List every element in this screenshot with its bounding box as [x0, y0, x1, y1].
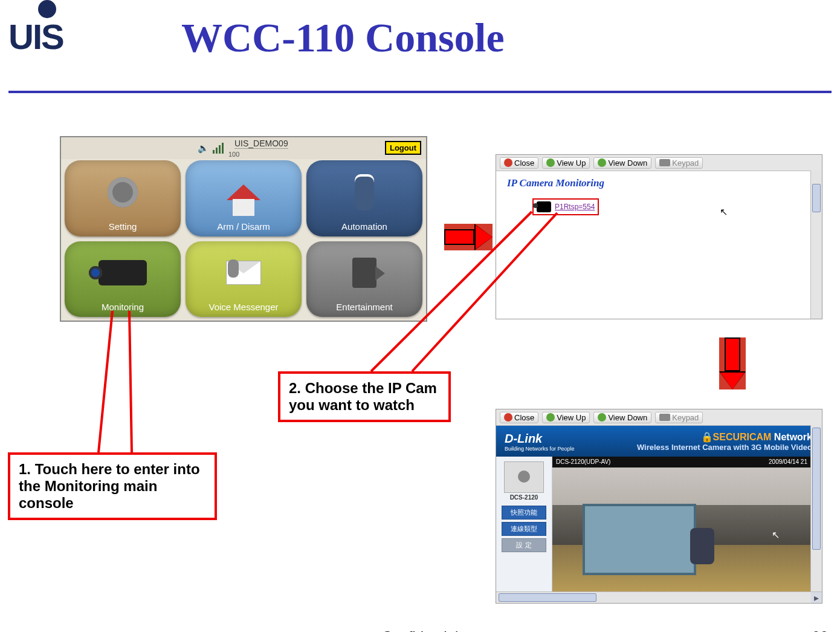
- view-up-button[interactable]: View Up: [542, 157, 590, 169]
- dlink-sidebar: DCS-2120 快照功能 連線類型 設 定: [496, 457, 552, 592]
- arrow-down-icon: [598, 158, 606, 167]
- envelope-mic-icon: [186, 247, 302, 299]
- dlink-camera-screenshot: Close View Up View Down Keypad D-Link Bu…: [496, 409, 822, 604]
- keypad-button[interactable]: Keypad: [655, 157, 703, 169]
- toolbar: Close View Up View Down Keypad: [496, 409, 822, 426]
- tile-entertainment[interactable]: Entertainment: [306, 241, 422, 318]
- close-icon: [504, 158, 512, 167]
- tile-label: Arm / Disarm: [217, 221, 270, 232]
- camera-link-highlighted[interactable]: P1Rtsp=554: [532, 198, 599, 215]
- arrow-right-icon: [444, 224, 493, 250]
- close-button[interactable]: Close: [500, 412, 538, 423]
- house-lock-icon: [186, 166, 302, 218]
- tile-label: Monitoring: [102, 302, 144, 312]
- close-button[interactable]: Close: [500, 157, 538, 169]
- tile-automation[interactable]: Automation: [306, 160, 422, 236]
- logo-text: UIS: [8, 19, 63, 54]
- securicam-brand: 🔒SECURICAM Network Wireless Internet Cam…: [637, 431, 812, 452]
- snapshot-button[interactable]: 快照功能: [502, 506, 546, 520]
- vertical-scrollbar[interactable]: [810, 171, 822, 319]
- cursor-icon: ↖: [720, 206, 728, 218]
- callout-step-1: 1. Touch here to enter into the Monitori…: [8, 452, 217, 520]
- model-label: DCS-2120: [496, 494, 552, 501]
- horizontal-scrollbar[interactable]: ▸: [496, 591, 822, 603]
- arrow-up-icon: [546, 413, 555, 422]
- toolbar: Close View Up View Down Keypad: [496, 155, 822, 171]
- view-down-button[interactable]: View Down: [593, 412, 651, 423]
- svg-line-0: [99, 311, 112, 452]
- remote-icon: [306, 166, 422, 218]
- dlink-header: D-Link Building Networks for People 🔒SEC…: [496, 426, 822, 457]
- settings-button[interactable]: 設 定: [502, 538, 546, 552]
- video-timestamp: 2009/04/14 21: [769, 457, 807, 467]
- camera-link-text[interactable]: P1Rtsp=554: [555, 203, 595, 211]
- ssid-sub: 100: [228, 151, 239, 158]
- title-underline: [8, 91, 832, 93]
- tile-voice-messenger[interactable]: Voice Messenger: [186, 241, 302, 318]
- keypad-icon: [659, 414, 670, 421]
- status-bar: 🔈 UIS_DEMO09 100 Logout: [61, 137, 426, 159]
- close-icon: [504, 413, 512, 422]
- arrow-up-icon: [546, 158, 555, 167]
- tile-label: Setting: [109, 221, 137, 232]
- callout-step-2: 2. Choose the IP Cam you want to watch: [278, 371, 451, 422]
- view-down-button[interactable]: View Down: [593, 157, 651, 169]
- keypad-icon: [659, 159, 670, 166]
- video-source-label: DCS-2120(UDP-AV): [556, 457, 610, 467]
- page-title: WCC-110 Console: [181, 17, 505, 58]
- view-up-button[interactable]: View Up: [542, 412, 590, 423]
- page-number: 66: [812, 628, 828, 632]
- camera-model-icon: [504, 461, 544, 493]
- camera-icon: [65, 247, 181, 299]
- ip-camera-heading: IP Camera Monitoring: [496, 171, 822, 193]
- tile-label: Voice Messenger: [208, 302, 278, 312]
- arrow-down-icon: [598, 413, 606, 422]
- svg-line-1: [129, 311, 132, 452]
- logout-button[interactable]: Logout: [385, 141, 421, 155]
- tile-label: Automation: [341, 221, 387, 232]
- cursor-icon: ↖: [772, 529, 780, 541]
- arrow-down-icon: [719, 337, 746, 389]
- camera-thumb-icon: [537, 201, 551, 212]
- clapper-icon: [306, 247, 422, 299]
- signal-icon: [213, 143, 224, 154]
- uis-logo: UIS: [8, 0, 63, 54]
- confidential-label: Confidential: [382, 628, 459, 632]
- console-screenshot: 🔈 UIS_DEMO09 100 Logout Setting Arm / Di…: [60, 136, 427, 322]
- gear-icon: [65, 166, 181, 218]
- ip-camera-monitoring-screenshot: Close View Up View Down Keypad IP Camera…: [496, 154, 822, 319]
- tile-label: Entertainment: [336, 302, 392, 312]
- ssid-label: UIS_DEMO09: [234, 138, 288, 149]
- tile-arm-disarm[interactable]: Arm / Disarm: [186, 160, 302, 236]
- scroll-right-icon[interactable]: ▸: [811, 592, 822, 603]
- connection-type-button[interactable]: 連線類型: [502, 522, 546, 536]
- tile-setting[interactable]: Setting: [65, 160, 181, 236]
- video-feed: DCS-2120(UDP-AV) 2009/04/14 21 ↖: [552, 457, 811, 592]
- speaker-icon: 🔈: [198, 143, 209, 154]
- vertical-scrollbar[interactable]: [810, 425, 822, 603]
- video-title-bar: DCS-2120(UDP-AV) 2009/04/14 21: [552, 457, 811, 467]
- tile-monitoring[interactable]: Monitoring: [65, 241, 181, 318]
- dlink-logo: D-Link Building Networks for People: [505, 432, 575, 452]
- keypad-button[interactable]: Keypad: [655, 412, 703, 423]
